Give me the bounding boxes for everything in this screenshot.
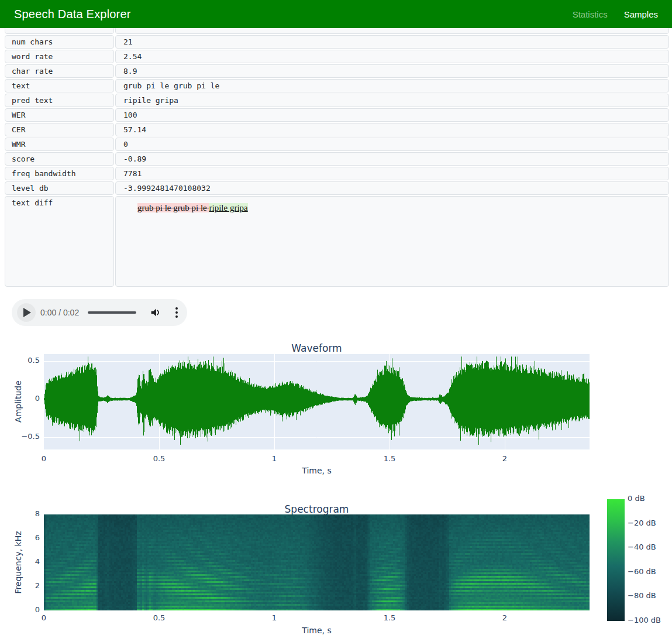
colorbar-tick-label: 0 dB: [628, 494, 645, 503]
row-value: ripile gripa: [115, 94, 669, 107]
table-row: level db-3.9992481470108032: [5, 181, 669, 195]
audio-time-display: 0:00 / 0:02: [40, 308, 79, 317]
table-rows: num chars21word rate2.54char rate8.9text…: [5, 35, 669, 195]
colorbar-tick-label: −80 dB: [628, 591, 656, 600]
row-label: WER: [5, 108, 114, 122]
table-row: CER57.14: [5, 123, 669, 136]
volume-icon: [149, 306, 162, 319]
axis-tick-label: 0: [0, 394, 40, 403]
waveform-x-axis-label: Time, s: [44, 466, 590, 475]
audio-player: 0:00 / 0:02: [12, 299, 187, 326]
table-row: textgrub pi le grub pi le: [5, 79, 669, 92]
table-row-clipped: [5, 28, 669, 34]
axis-tick-label: 0: [42, 613, 46, 622]
row-label: [5, 28, 114, 34]
nav-link-statistics[interactable]: Statistics: [573, 9, 608, 19]
app-header: Speech Data Explorer Statistics Samples: [0, 0, 672, 28]
table-row-text-diff: text diff grub pi le grub pi le ripile g…: [5, 196, 669, 287]
table-row: word rate2.54: [5, 50, 669, 63]
axis-tick-label: 2: [0, 581, 40, 590]
seek-bar[interactable]: [88, 311, 136, 314]
table-row: WMR0: [5, 138, 669, 151]
axis-tick-label: 1: [272, 613, 277, 622]
spectrogram-plot-area[interactable]: [44, 514, 590, 610]
row-value: 8.9: [115, 64, 669, 78]
row-value: 0: [115, 138, 669, 151]
row-label: pred text: [5, 94, 114, 107]
axis-tick-label: 1.5: [384, 454, 396, 463]
text-diff: grub pi le grub pi le ripile gripa: [123, 197, 668, 214]
row-label: score: [5, 152, 114, 166]
row-label: WMR: [5, 138, 114, 151]
table-row: char rate8.9: [5, 64, 669, 78]
axis-tick-label: 0: [42, 454, 46, 463]
row-label: CER: [5, 123, 114, 136]
kebab-menu-icon[interactable]: [173, 305, 180, 320]
row-value: 100: [115, 108, 669, 122]
diff-inserted-text: ripile gripa: [209, 203, 247, 212]
row-value: grub pi le grub pi le ripile gripa: [115, 196, 669, 287]
play-button[interactable]: [17, 303, 36, 322]
axis-tick-label: 0.5: [153, 454, 166, 463]
row-label: level db: [5, 181, 114, 195]
row-value: 21: [115, 35, 669, 49]
colorbar-tick-label: −40 dB: [628, 543, 656, 551]
axis-tick-label: 4: [0, 557, 40, 566]
axis-tick-label: 8: [0, 509, 40, 518]
row-value: -0.89: [115, 152, 669, 166]
waveform-plot-area[interactable]: [44, 354, 590, 449]
row-value: grub pi le grub pi le: [115, 79, 669, 92]
table-row: score-0.89: [5, 152, 669, 166]
axis-tick-label: 2: [502, 454, 507, 463]
row-label: freq bandwidth: [5, 167, 114, 180]
axis-tick-label: 2: [502, 613, 507, 622]
colorbar-tick-label: −60 dB: [628, 567, 656, 576]
row-value: 7781: [115, 167, 669, 180]
nav-link-samples[interactable]: Samples: [624, 9, 658, 19]
spectrogram-title: Spectrogram: [44, 503, 590, 515]
row-label: word rate: [5, 50, 114, 63]
row-value: 2.54: [115, 50, 669, 63]
spectrogram-x-axis-label: Time, s: [44, 626, 590, 635]
table-row: num chars21: [5, 35, 669, 49]
table-row: pred textripile gripa: [5, 94, 669, 107]
top-nav: Statistics Samples: [573, 9, 658, 19]
row-label: num chars: [5, 35, 114, 49]
axis-tick-label: 0.5: [0, 356, 40, 365]
row-label: char rate: [5, 64, 114, 78]
waveform-title: Waveform: [44, 342, 590, 354]
diff-deleted-text: grub pi le grub pi le: [137, 203, 209, 212]
axis-tick-label: 0.5: [153, 613, 166, 622]
play-icon: [23, 308, 31, 317]
volume-button[interactable]: [149, 306, 162, 319]
row-value: -3.9992481470108032: [115, 181, 669, 195]
colorbar-tick-label: −20 dB: [628, 519, 656, 527]
axis-tick-label: 1: [272, 454, 277, 463]
row-value: 57.14: [115, 123, 669, 136]
page-title: Speech Data Explorer: [14, 8, 131, 21]
metadata-table: num chars21word rate2.54char rate8.9text…: [5, 28, 669, 288]
axis-tick-label: 0: [0, 605, 40, 614]
table-row: WER100: [5, 108, 669, 122]
colorbar: [607, 499, 625, 621]
row-value: [115, 28, 669, 34]
table-row: freq bandwidth7781: [5, 167, 669, 180]
axis-tick-label: 1.5: [384, 613, 396, 622]
axis-tick-label: 6: [0, 533, 40, 542]
row-label: text: [5, 79, 114, 92]
colorbar-tick-label: −100 dB: [628, 616, 661, 624]
row-label: text diff: [5, 196, 114, 287]
axis-tick-label: −0.5: [0, 432, 40, 441]
